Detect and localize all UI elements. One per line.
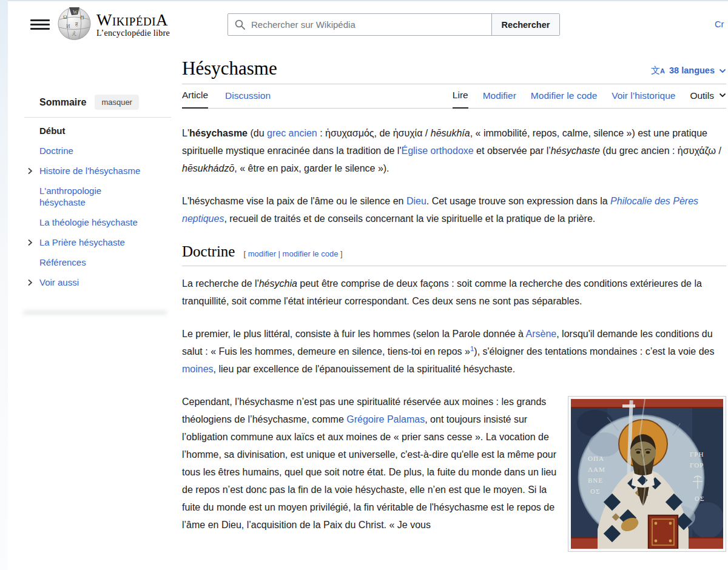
article-tabs: Article Discussion Lire Modifier Modifie… [182,84,726,109]
doctrine-paragraph-2: Le premier, le plus littéral, consiste à… [182,325,726,378]
tab-discussion[interactable]: Discussion [225,90,271,108]
edit-source-link[interactable]: modifier le code [283,249,339,258]
wiki-link[interactable]: Grégoire Palamas [346,414,425,424]
tab-article[interactable]: Article [182,90,208,109]
language-selector[interactable]: 文A 38 langues [651,65,726,76]
svg-text:И: И [66,23,70,29]
svg-text:ह: ह [75,21,78,27]
svg-text:ΓΟΡ: ΓΟΡ [690,461,704,469]
svg-text:ΓΡΗ: ΓΡΗ [690,451,704,458]
search-input[interactable] [251,14,491,35]
edit-section-links: [ modifier | modifier le code ] [243,245,342,263]
svg-text:Ω: Ω [63,14,67,20]
search-button[interactable]: Rechercher [491,14,559,35]
wiki-link[interactable]: Dieu [406,196,426,206]
svg-text:Ʊ: Ʊ [80,15,84,21]
svg-text:ΛΑΜ: ΛΑΜ [588,466,605,473]
languages-icon: 文A [651,65,665,76]
toc-title: Sommaire [39,97,86,108]
toc-item-anthropologie[interactable]: L'anthropologie hésychaste [24,185,121,208]
toc-item-references[interactable]: Références [24,256,171,268]
chevron-right-icon[interactable] [25,238,34,246]
chevron-right-icon[interactable] [25,166,34,175]
toc-hide-button[interactable]: masquer [95,95,139,110]
search-bar: Rechercher [228,13,560,36]
wiki-link[interactable]: Arsène [526,329,557,339]
article-content: Hésychasme 文A 38 langues Article Discuss… [182,58,726,558]
wiki-link[interactable]: moines [182,364,214,374]
faded-divider [23,310,167,315]
window-top-edge [0,0,728,1]
fresco-image: ΟΠΑ ΛΑΜ ΒΝΕ ΟΣ ΓΡΗ ΓΟΡ ΟΣ [571,399,723,549]
tab-lire[interactable]: Lire [453,90,468,109]
svg-text:ΟΣ: ΟΣ [590,488,600,495]
svg-text:ΟΠΑ: ΟΠΑ [588,455,604,462]
svg-text:え: え [72,30,77,36]
lead-paragraph-2: L'hésychasme vise la paix de l'âme ou le… [182,192,726,227]
svg-text:ΟΣ: ΟΣ [695,495,704,502]
create-account-link[interactable]: Cr [715,19,724,29]
toc-divider [24,117,171,118]
doctrine-paragraph-1: La recherche de l'hésychia peut être com… [182,275,726,310]
toc-item-voir-aussi[interactable]: Voir aussi [24,277,171,288]
edit-link[interactable]: modifier [248,249,276,258]
wiki-link[interactable]: Église orthodoxe [401,146,473,156]
toc-item-doctrine[interactable]: Doctrine [24,145,171,156]
lead-paragraph-1: L'hésychasme (du grec ancien : ἡσυχασμός… [182,124,726,177]
tab-modifier[interactable]: Modifier [483,90,516,108]
svg-text:W: W [73,10,78,15]
site-header: Ω W Ʊ И ह え WikipédiA L’encyclopédie lib… [0,0,728,49]
gregoire-palamas-fresco-thumbnail[interactable]: ΟΠΑ ΛΑΜ ΒΝΕ ΟΣ ΓΡΗ ΓΟΡ ΟΣ [568,396,726,552]
wikipedia-logo[interactable]: Ω W Ʊ И ह え WikipédiA L’encyclopédie lib… [57,6,170,43]
svg-text:ΒΝΕ: ΒΝΕ [588,477,603,484]
chevron-right-icon[interactable] [25,278,34,286]
main-menu-icon[interactable] [29,16,51,33]
section-heading-doctrine: Doctrine [182,243,235,260]
toc-item-theologie[interactable]: La théologie hésychaste [24,216,171,228]
table-of-contents: Sommaire masquer Début Doctrine Histoire… [24,95,171,297]
toc-item-histoire[interactable]: Histoire de l'hésychasme [24,165,171,176]
wiki-link[interactable]: grec ancien [267,128,317,138]
search-icon [228,14,251,35]
chevron-down-icon [719,65,726,76]
window-left-edge [0,0,8,570]
toc-item-priere[interactable]: La Prière hésychaste [24,236,171,248]
tab-modifier-le-code[interactable]: Modifier le code [531,90,597,108]
wikipedia-wordmark: WikipédiA [96,12,170,29]
languages-count: 38 langues [669,65,715,75]
wikipedia-tagline: L’encyclopédie libre [96,29,170,38]
tab-voir-historique[interactable]: Voir l’historique [612,90,675,108]
wikipedia-globe-icon: Ω W Ʊ И ह え [57,6,92,43]
toc-item-debut[interactable]: Début [24,125,171,136]
chevron-down-icon[interactable] [719,89,726,100]
tab-outils[interactable]: Outils [690,90,714,108]
page-title: Hésychasme [182,58,277,79]
